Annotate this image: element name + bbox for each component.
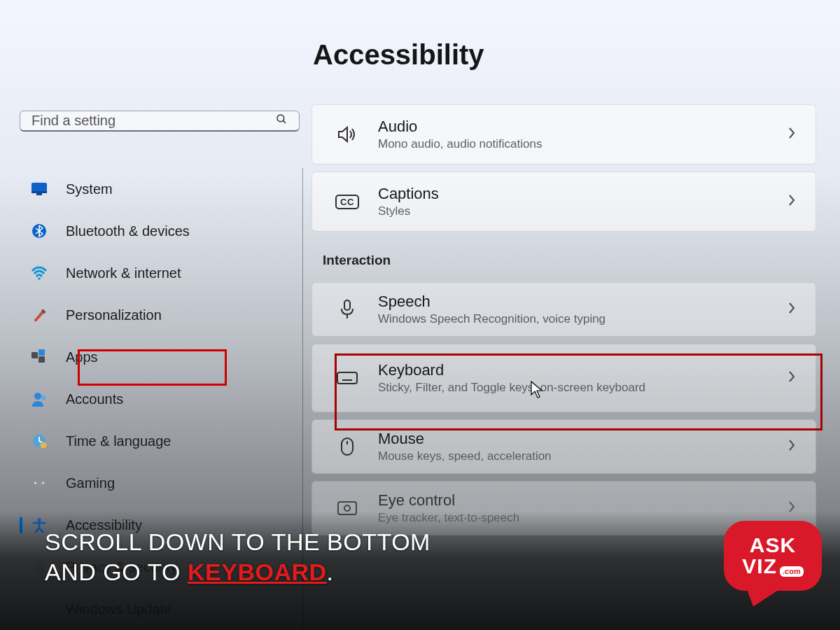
bluetooth-icon — [31, 223, 48, 239]
card-subtitle: Sticky, Filter, and Toggle keys, on-scre… — [378, 381, 788, 395]
search-input[interactable] — [31, 113, 275, 129]
person-icon — [31, 391, 48, 407]
svg-point-17 — [42, 482, 44, 484]
sidebar-item-system[interactable]: System — [20, 168, 302, 210]
apps-icon — [31, 349, 48, 365]
search-icon — [275, 113, 288, 129]
svg-rect-19 — [344, 300, 350, 310]
monitor-icon — [31, 181, 48, 197]
chevron-right-icon — [788, 370, 796, 386]
gamepad-icon — [31, 475, 48, 491]
caption-keyword: KEYBOARD — [188, 559, 327, 585]
card-subtitle: Styles — [378, 204, 788, 218]
sidebar-item-network[interactable]: Network & internet — [20, 252, 302, 294]
sidebar-item-label: Network & internet — [66, 265, 181, 281]
chevron-right-icon — [788, 500, 796, 517]
card-title: Eye control — [378, 491, 788, 510]
section-interaction-label: Interaction — [323, 253, 816, 268]
sidebar-item-accounts[interactable]: Accounts — [20, 378, 302, 420]
sidebar-item-label: Time & language — [66, 433, 171, 449]
svg-point-0 — [277, 115, 284, 122]
sidebar-item-label: Windows Update — [66, 601, 172, 617]
svg-point-30 — [344, 505, 350, 511]
mouse-icon — [332, 436, 363, 457]
sidebar-item-label: Accounts — [66, 391, 123, 407]
speaker-icon — [332, 125, 363, 144]
eye-icon — [332, 500, 363, 516]
keyboard-icon — [332, 370, 363, 386]
svg-point-14 — [41, 442, 47, 449]
sidebar-item-label: System — [66, 181, 113, 197]
search-box[interactable] — [20, 111, 300, 132]
captions-icon: CC — [332, 195, 363, 209]
svg-rect-4 — [36, 193, 42, 195]
card-title: Keyboard — [378, 361, 788, 379]
sidebar-item-gaming[interactable]: Gaming — [20, 462, 302, 504]
card-subtitle: Windows Speech Recognition, voice typing — [378, 312, 788, 326]
chevron-right-icon — [788, 301, 796, 318]
card-audio[interactable]: Audio Mono audio, audio notifications — [312, 104, 816, 164]
card-text: Mouse Mouse keys, speed, acceleration — [378, 430, 788, 463]
clock-globe-icon — [31, 433, 48, 449]
svg-point-12 — [41, 396, 46, 400]
svg-line-1 — [283, 120, 286, 123]
sidebar-item-label: Personalization — [66, 307, 162, 323]
card-keyboard[interactable]: Keyboard Sticky, Filter, and Toggle keys… — [312, 344, 816, 412]
svg-rect-9 — [38, 349, 45, 356]
card-text: Speech Windows Speech Recognition, voice… — [378, 293, 788, 326]
sidebar-item-label: Bluetooth & devices — [66, 223, 190, 239]
svg-point-6 — [38, 277, 41, 280]
chevron-right-icon — [788, 126, 796, 143]
svg-rect-15 — [31, 479, 47, 486]
card-title: Mouse — [378, 430, 788, 448]
chevron-right-icon — [788, 193, 796, 210]
sidebar-item-bluetooth[interactable]: Bluetooth & devices — [20, 210, 302, 252]
card-text: Keyboard Sticky, Filter, and Toggle keys… — [378, 361, 788, 395]
card-title: Audio — [378, 118, 788, 136]
svg-rect-10 — [38, 356, 45, 363]
card-subtitle: Eye tracker, text-to-speech — [378, 511, 788, 525]
update-icon — [31, 601, 48, 617]
svg-rect-3 — [31, 191, 47, 193]
page-title: Accessibility — [313, 39, 816, 71]
wifi-icon — [31, 265, 48, 281]
sidebar-item-time-language[interactable]: Time & language — [20, 420, 302, 462]
sidebar-item-personalization[interactable]: Personalization — [20, 294, 302, 336]
sidebar-item-apps[interactable]: Apps — [20, 336, 302, 378]
sidebar-item-label: Apps — [66, 349, 98, 365]
card-subtitle: Mono audio, audio notifications — [378, 137, 788, 151]
microphone-icon — [332, 299, 363, 320]
svg-rect-27 — [342, 438, 353, 455]
card-text: Audio Mono audio, audio notifications — [378, 118, 788, 151]
instruction-caption: SCROLL DOWN TO THE BOTTOM AND GO TO KEYB… — [45, 527, 430, 587]
chevron-right-icon — [788, 438, 796, 455]
card-title: Speech — [378, 293, 788, 311]
settings-window: System Bluetooth & devices Network & int… — [0, 0, 840, 630]
svg-point-11 — [34, 393, 41, 400]
svg-rect-29 — [338, 502, 356, 514]
svg-point-16 — [34, 482, 36, 484]
card-mouse[interactable]: Mouse Mouse keys, speed, acceleration — [312, 419, 816, 474]
card-title: Captions — [378, 185, 788, 203]
svg-rect-8 — [31, 352, 38, 358]
sidebar-item-windows-update[interactable]: Windows Update — [20, 588, 302, 630]
card-subtitle: Mouse keys, speed, acceleration — [378, 449, 788, 463]
svg-point-18 — [37, 518, 41, 522]
paintbrush-icon — [31, 307, 48, 323]
card-text: Eye control Eye tracker, text-to-speech — [378, 491, 788, 525]
svg-rect-21 — [337, 372, 357, 384]
sidebar-item-label: Gaming — [66, 475, 115, 491]
card-text: Captions Styles — [378, 185, 788, 218]
card-captions[interactable]: CC Captions Styles — [312, 172, 816, 232]
card-speech[interactable]: Speech Windows Speech Recognition, voice… — [312, 282, 816, 337]
